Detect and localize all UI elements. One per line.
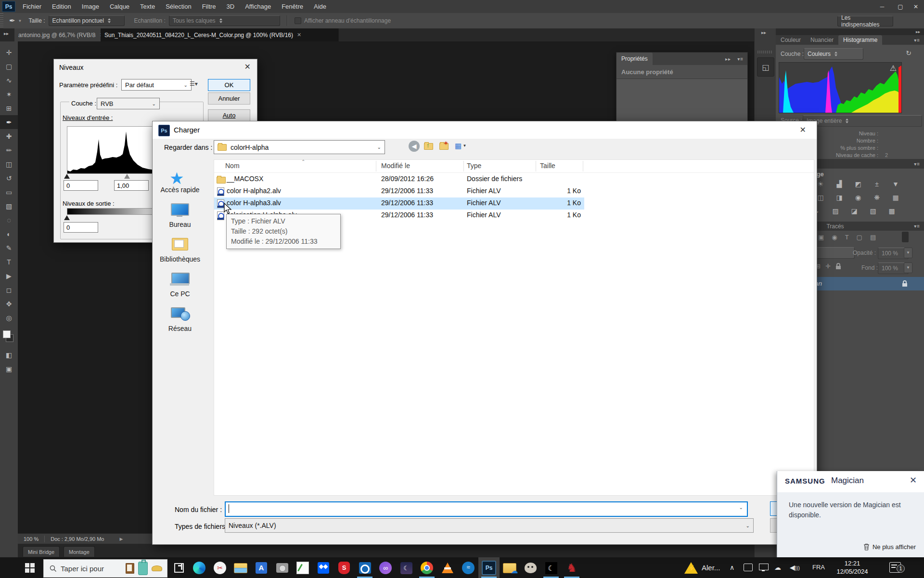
snipping-tool-icon[interactable]: ✂ xyxy=(212,560,228,576)
ok-button[interactable]: OK xyxy=(208,79,250,91)
preset-options-icon[interactable]: ☰▾ xyxy=(190,80,198,87)
file-row[interactable]: __MACOSX 28/09/2012 16:26 Dossier de fic… xyxy=(214,173,584,185)
status-flyout-icon[interactable]: ▶ xyxy=(119,537,123,541)
properties-dock-icon[interactable]: ◱ xyxy=(757,57,774,77)
libraries-icon[interactable] xyxy=(172,238,188,250)
menu-texte[interactable]: Texte xyxy=(135,0,160,13)
taskbar-search[interactable]: Taper ici pour xyxy=(43,559,167,578)
blur-tool[interactable]: ◌ xyxy=(0,213,18,227)
histogram-source-dropdown[interactable]: Image entière xyxy=(803,115,922,127)
gimp-icon[interactable] xyxy=(523,560,538,576)
filter-type-layers-icon[interactable]: T xyxy=(845,234,849,241)
curves-adjustment-icon[interactable]: ◩ xyxy=(852,179,864,189)
photo-filter-adjustment-icon[interactable]: ◉ xyxy=(852,193,864,202)
tab-couleur[interactable]: Couleur xyxy=(776,35,806,45)
hand-tool[interactable]: ✥ xyxy=(0,297,18,311)
color-swatches[interactable] xyxy=(0,328,18,348)
tab-proprietes[interactable]: Propriétés xyxy=(616,53,653,65)
shield-app-icon[interactable]: S xyxy=(336,560,352,576)
input-gamma-field[interactable]: 1,00 xyxy=(114,180,149,191)
close-dialog-icon[interactable]: ✕ xyxy=(244,62,251,71)
opacity-arrow-icon[interactable]: ▼ xyxy=(904,248,912,258)
color-balance-adjustment-icon[interactable]: ◨ xyxy=(833,193,846,202)
new-folder-icon[interactable]: ✶ xyxy=(439,143,449,150)
menu-fenetre[interactable]: Fenêtre xyxy=(276,0,308,13)
menu-fichier[interactable]: Fichier xyxy=(17,0,47,13)
history-brush-tool[interactable]: ↺ xyxy=(0,171,18,185)
refresh-histogram-icon[interactable]: ↻ xyxy=(906,49,911,57)
color-lookup-adjustment-icon[interactable]: ▦ xyxy=(889,193,902,202)
collapse-dock-icon[interactable]: ▸▸ xyxy=(916,29,920,34)
tab-traces[interactable]: Tracés xyxy=(821,222,848,231)
menu-edition[interactable]: Edition xyxy=(47,0,77,13)
sidebar-item-desktop[interactable]: Bureau xyxy=(153,221,207,228)
disc-burner-icon[interactable] xyxy=(274,560,290,576)
screen-mode-icon[interactable]: ▣ xyxy=(0,362,18,376)
edge-icon[interactable] xyxy=(192,560,207,576)
filter-smart-objects-icon[interactable]: ▤ xyxy=(870,234,876,241)
collapse-panel-icon[interactable]: ▸▸ xyxy=(725,56,731,62)
toolbar-collapse-icon[interactable]: ▸▸ xyxy=(4,31,9,36)
mini-bridge-tab[interactable]: Mini Bridge xyxy=(23,546,60,557)
onedrive-tray-icon[interactable]: ☁ xyxy=(774,564,781,571)
sidebar-item-network[interactable]: Réseau xyxy=(153,325,207,332)
panel-menu-icon[interactable]: ▾≡ xyxy=(914,161,920,167)
ring-checkbox[interactable] xyxy=(295,17,301,24)
network-tray-icon[interactable] xyxy=(759,564,769,570)
panel-menu-icon[interactable]: ▾≡ xyxy=(914,223,920,229)
lock-all-icon[interactable] xyxy=(835,263,841,270)
doc-size[interactable]: Doc : 2,90 Mo/2,90 Mo xyxy=(51,536,104,542)
channel-dropdown[interactable]: RVB⌄ xyxy=(97,98,160,109)
type-tool[interactable]: T xyxy=(0,255,18,269)
exposure-adjustment-icon[interactable]: ± xyxy=(871,179,883,189)
this-pc-icon[interactable] xyxy=(171,273,190,284)
montage-tab[interactable]: Montage xyxy=(64,546,95,557)
back-nav-icon[interactable]: ◀ xyxy=(409,141,420,152)
shadow-input-slider[interactable] xyxy=(64,174,70,179)
panel-menu-icon[interactable]: ▾≡ xyxy=(737,56,744,62)
dismiss-button[interactable]: Ne plus afficher xyxy=(863,543,916,551)
posterize-adjustment-icon[interactable]: ▨ xyxy=(829,206,842,216)
panel-menu-icon[interactable]: ▾≡ xyxy=(914,38,920,43)
input-shadow-field[interactable]: 0 xyxy=(64,180,98,191)
clone-stamp-tool[interactable]: ◫ xyxy=(0,157,18,171)
maximize-window-icon[interactable]: ▢ xyxy=(893,3,908,10)
volume-tray-icon[interactable]: ◀))) xyxy=(790,564,800,571)
cancel-button[interactable]: Annuler xyxy=(208,92,250,105)
stellarium-icon[interactable]: ☾ xyxy=(398,560,414,576)
minimize-window-icon[interactable]: ─ xyxy=(875,3,889,10)
output-shadow-field[interactable]: 0 xyxy=(64,222,98,233)
tab-nuancier[interactable]: Nuancier xyxy=(806,35,838,45)
close-tab-icon[interactable]: ✕ xyxy=(297,32,301,38)
file-name-input[interactable]: ⌄ xyxy=(225,501,748,517)
photoshop-taskbar-icon[interactable]: Ps xyxy=(481,560,497,576)
crop-tool[interactable]: ⊞ xyxy=(0,101,18,115)
dock-gripper[interactable] xyxy=(757,51,773,53)
menu-aide[interactable]: Aide xyxy=(308,0,332,13)
menu-3d[interactable]: 3D xyxy=(221,0,240,13)
move-tool[interactable]: ✛ xyxy=(0,45,18,59)
weather-alert-icon[interactable]: ⚡ xyxy=(683,560,699,576)
healing-tool[interactable]: ✚ xyxy=(0,129,18,143)
openoffice-icon[interactable]: ≈ xyxy=(461,560,476,576)
quick-access-icon[interactable]: ★ xyxy=(169,169,184,188)
sidebar-item-libraries[interactable]: Bibliothèques xyxy=(153,255,207,263)
filter-shape-layers-icon[interactable]: ▢ xyxy=(857,234,862,241)
menu-affichage[interactable]: Affichage xyxy=(240,0,276,13)
column-header-type[interactable]: Type xyxy=(467,162,481,170)
menu-filtre[interactable]: Filtre xyxy=(197,0,221,13)
device-tray-icon[interactable] xyxy=(744,564,753,571)
tab-histogramme[interactable]: Histogramme xyxy=(838,35,882,45)
gamma-input-slider[interactable] xyxy=(124,174,130,179)
quick-selection-tool[interactable]: ✶ xyxy=(0,87,18,101)
start-button[interactable] xyxy=(25,563,35,573)
shape-tool[interactable]: ◻ xyxy=(0,283,18,297)
menu-image[interactable]: Image xyxy=(77,0,104,13)
document-tab-inactive[interactable]: antonino.jpg @ 66,7% (RVB/8#) *✕ xyxy=(14,28,108,41)
clock[interactable]: 12:21 12/05/2024 xyxy=(832,559,873,576)
close-dialog-icon[interactable]: ✕ xyxy=(800,125,806,134)
look-in-dropdown[interactable]: colorH-alpha⌄ xyxy=(214,140,385,154)
zoom-tool[interactable]: ◎ xyxy=(0,311,18,325)
language-indicator[interactable]: FRA xyxy=(812,564,825,571)
filter-adjustment-layers-icon[interactable]: ◉ xyxy=(832,234,837,241)
